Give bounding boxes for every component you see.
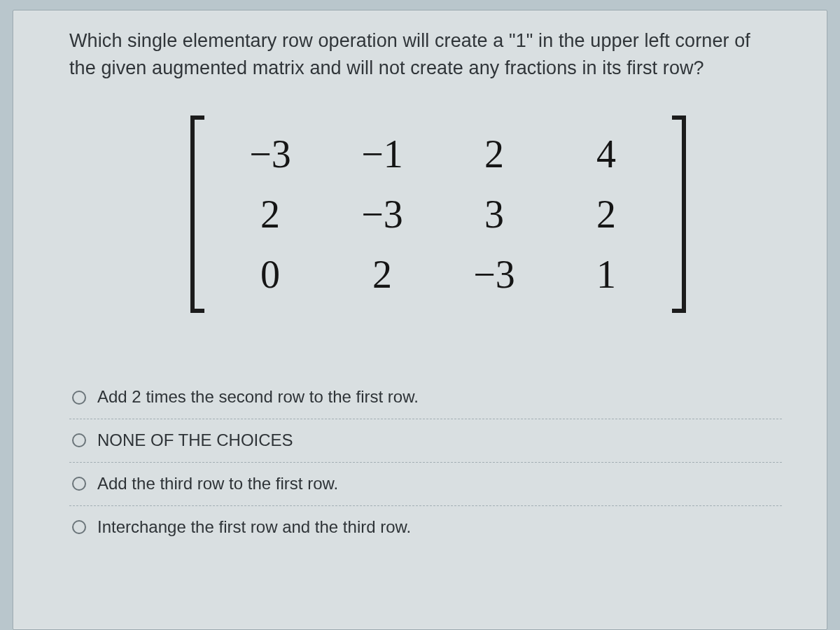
answer-choices: Add 2 times the second row to the first … — [69, 376, 782, 548]
choice-label: Add 2 times the second row to the first … — [97, 387, 419, 407]
matrix-cell: 2 — [484, 134, 504, 174]
question-prompt: Which single elementary row operation wi… — [69, 27, 782, 82]
choice-label: Interchange the first row and the third … — [97, 517, 411, 538]
matrix-cell: 1 — [596, 255, 616, 294]
matrix-cell: 4 — [596, 134, 616, 174]
matrix-container: −3 −1 2 4 2 −3 3 2 0 2 −3 1 — [69, 115, 782, 313]
matrix-cell: 3 — [484, 195, 504, 234]
matrix-cell: 2 — [596, 195, 616, 234]
matrix-cell: −1 — [361, 134, 403, 174]
matrix-cell: 0 — [260, 255, 280, 294]
bracket-right-icon — [672, 115, 686, 313]
radio-icon[interactable] — [72, 477, 86, 491]
augmented-matrix: −3 −1 2 4 2 −3 3 2 0 2 −3 1 — [190, 115, 686, 313]
matrix-cell: −3 — [249, 134, 291, 174]
choice-option[interactable]: Add the third row to the first row. — [69, 462, 782, 505]
matrix-cell: −3 — [361, 195, 403, 234]
choice-label: Add the third row to the first row. — [97, 474, 338, 494]
matrix-cell: −3 — [473, 255, 515, 294]
matrix-cell: 2 — [372, 255, 392, 294]
choice-label: NONE OF THE CHOICES — [97, 430, 293, 451]
matrix-cell: 2 — [260, 195, 280, 234]
radio-icon[interactable] — [72, 433, 86, 447]
question-card: Which single elementary row operation wi… — [13, 10, 827, 630]
choice-option[interactable]: Add 2 times the second row to the first … — [69, 376, 782, 419]
choice-option[interactable]: Interchange the first row and the third … — [69, 505, 782, 549]
radio-icon[interactable] — [72, 391, 86, 405]
matrix-grid: −3 −1 2 4 2 −3 3 2 0 2 −3 1 — [207, 115, 669, 313]
choice-option[interactable]: NONE OF THE CHOICES — [69, 419, 782, 462]
radio-icon[interactable] — [72, 520, 86, 534]
bracket-left-icon — [190, 115, 204, 313]
